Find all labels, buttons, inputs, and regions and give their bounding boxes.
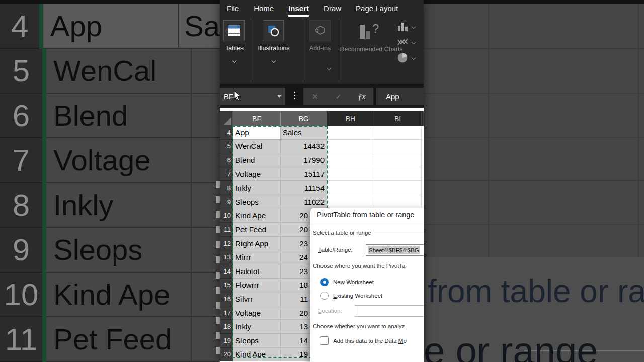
table-row: 7 Voltage 15117 xyxy=(220,167,424,182)
cell-app[interactable]: Halotot xyxy=(233,264,281,279)
row-header[interactable]: 9 xyxy=(220,195,233,209)
cell-app[interactable]: Blend xyxy=(233,153,281,167)
location-input[interactable] xyxy=(355,305,424,317)
row-header[interactable]: 17 xyxy=(220,306,233,320)
row-header[interactable]: 5 xyxy=(220,140,233,154)
illustrations-button[interactable] xyxy=(263,20,284,41)
select-all-icon xyxy=(224,117,231,125)
cell-app[interactable]: Inkly xyxy=(233,181,281,195)
select-all-button[interactable] xyxy=(220,111,233,126)
tables-label[interactable]: Tables xyxy=(220,44,249,52)
bg-gridline xyxy=(638,4,639,257)
name-box-dropdown-icon[interactable] xyxy=(277,95,281,98)
column-header-bh[interactable]: BH xyxy=(327,111,374,126)
cell-app[interactable]: WenCal xyxy=(233,140,281,154)
illustrations-label[interactable]: Illustrations xyxy=(251,44,296,52)
dialog-title: PivotTable from table or range xyxy=(317,211,414,219)
formula-input[interactable]: App xyxy=(376,88,424,105)
row-header[interactable]: 7 xyxy=(220,167,233,182)
row-header[interactable]: 15 xyxy=(220,279,233,293)
chevron-down-icon xyxy=(272,55,275,64)
tab-page-layout[interactable]: Page Layout xyxy=(356,0,398,17)
cell-app[interactable]: Flowrrr xyxy=(233,279,281,293)
data-model-label[interactable]: Add this data to the Data Mo xyxy=(333,338,407,344)
cell-sales[interactable]: 11022 xyxy=(281,195,327,209)
add-ins-button[interactable] xyxy=(309,20,331,41)
column-header-bi[interactable]: BI xyxy=(374,111,422,126)
new-worksheet-radio[interactable] xyxy=(320,278,329,286)
more-options-icon[interactable] xyxy=(294,92,295,93)
cancel-icon[interactable]: ✕ xyxy=(303,92,327,101)
scatter-chart-icon xyxy=(397,37,409,48)
cell-app[interactable]: App xyxy=(233,126,281,140)
bg-cell: App xyxy=(43,4,179,49)
existing-worksheet-label[interactable]: Existing Worksheet xyxy=(333,293,382,299)
table-row: 6 Blend 17990 xyxy=(220,153,424,167)
tab-insert[interactable]: Insert xyxy=(288,0,309,17)
cell-app[interactable]: Voltage xyxy=(233,306,281,320)
chevron-down-icon xyxy=(412,40,416,44)
cell-app[interactable]: Sleops xyxy=(233,334,281,348)
row-header[interactable]: 6 xyxy=(220,153,233,167)
name-box[interactable]: BF4 xyxy=(220,88,285,105)
row-header[interactable]: 19 xyxy=(220,334,233,348)
cell-app[interactable]: Inkly xyxy=(233,320,281,334)
cell-sales[interactable]: Sales xyxy=(281,126,327,140)
bg-row: 8 Inkly xyxy=(0,183,220,228)
cell-empty[interactable] xyxy=(374,126,422,140)
data-model-checkbox[interactable] xyxy=(320,336,329,345)
cell-sales[interactable]: 17990 xyxy=(281,153,327,167)
background-left-panel: 4 App Sa 5 WenCal 6 Blend 7 Voltage xyxy=(0,0,220,362)
row-header[interactable]: 16 xyxy=(220,292,233,306)
row-header[interactable]: 4 xyxy=(220,126,233,140)
cell-sales[interactable]: 14432 xyxy=(281,140,327,154)
cell-app[interactable]: Voltage xyxy=(233,167,281,182)
row-header[interactable]: 11 xyxy=(220,223,233,237)
pie-chart-icon xyxy=(397,52,409,64)
add-ins-label[interactable]: Add-ins xyxy=(306,44,334,53)
section-choose-analyze: Choose whether you want to analyz xyxy=(313,323,424,329)
cell-sales[interactable]: 11154 xyxy=(281,181,327,195)
bg-row: 11 Pet Feed xyxy=(0,317,220,362)
existing-worksheet-radio[interactable] xyxy=(320,292,329,300)
tab-home[interactable]: Home xyxy=(254,0,274,17)
row-header[interactable]: 18 xyxy=(220,320,233,334)
recommended-charts-button[interactable]: ? xyxy=(357,21,383,45)
pie-chart-button[interactable] xyxy=(397,52,415,64)
row-header[interactable]: 10 xyxy=(220,209,233,223)
bg-row-number: 4 xyxy=(0,4,39,49)
row-header[interactable]: 20 xyxy=(220,348,233,362)
cell-app[interactable]: Sleops xyxy=(233,195,281,209)
bg-gridline xyxy=(424,48,644,49)
tab-draw[interactable]: Draw xyxy=(324,0,341,17)
row-header[interactable]: 13 xyxy=(220,250,233,264)
bg-dialog-title-text: from table or range xyxy=(428,273,644,310)
table-range-input[interactable]: Sheet4!$BF$4:$BG xyxy=(366,244,424,256)
tab-file[interactable]: File xyxy=(227,0,239,17)
column-header-bg[interactable]: BG xyxy=(281,111,327,126)
recommended-charts-icon: ? xyxy=(357,21,383,43)
cell-sales[interactable]: 15117 xyxy=(281,167,327,182)
chevron-down-icon xyxy=(412,25,416,29)
enter-icon[interactable]: ✓ xyxy=(327,92,350,101)
dialog-title-divider xyxy=(310,225,424,225)
svg-text:?: ? xyxy=(372,22,379,35)
column-header-bf[interactable]: BF xyxy=(233,111,281,126)
cell-app[interactable]: Pet Feed xyxy=(233,223,281,237)
cell-app[interactable]: Kind Ape xyxy=(233,209,281,223)
row-header[interactable]: 14 xyxy=(220,264,233,279)
cell-empty[interactable] xyxy=(327,126,374,140)
tables-button[interactable] xyxy=(223,20,245,41)
new-worksheet-label[interactable]: New Worksheet xyxy=(333,279,374,285)
scatter-chart-button[interactable] xyxy=(397,37,415,48)
cell-app[interactable]: Right App xyxy=(233,237,281,251)
cell-app[interactable]: Mirrr xyxy=(233,250,281,264)
insert-function-icon[interactable]: ƒx xyxy=(350,92,373,101)
mouse-cursor-icon xyxy=(234,90,242,101)
row-header[interactable]: 8 xyxy=(220,181,233,195)
recommended-charts-label[interactable]: Recommended Charts xyxy=(340,45,403,53)
cell-app[interactable]: Silvrr xyxy=(233,292,281,306)
column-chart-button[interactable] xyxy=(397,21,415,33)
row-header[interactable]: 12 xyxy=(220,237,233,251)
cell-app[interactable]: Kind Ape xyxy=(233,348,281,362)
